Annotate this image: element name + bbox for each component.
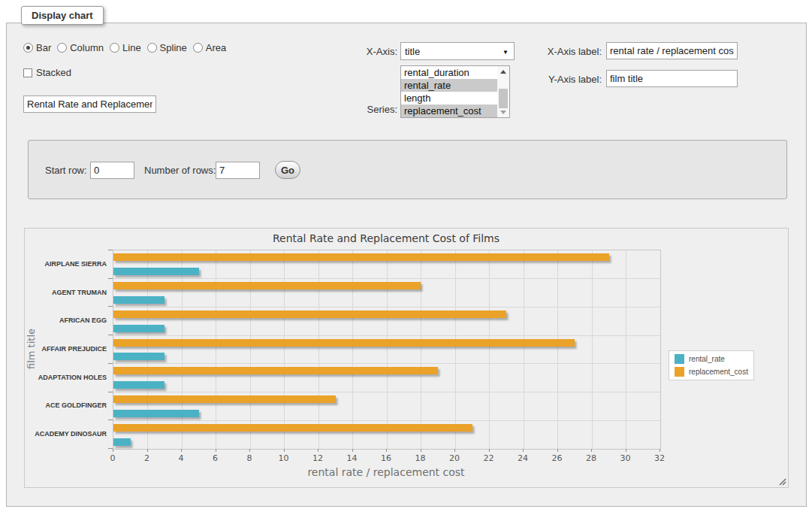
x-tick-mark bbox=[523, 449, 524, 452]
x-axis-select-value: title bbox=[405, 46, 420, 57]
chart-type-option-column[interactable]: Column bbox=[57, 42, 104, 53]
scrollbar-thumb[interactable] bbox=[499, 89, 508, 108]
bar-replacement_cost bbox=[113, 367, 438, 374]
gridline bbox=[147, 250, 148, 449]
resize-handle-icon[interactable] bbox=[777, 477, 786, 486]
start-row-input[interactable] bbox=[90, 162, 134, 179]
gridline bbox=[626, 250, 626, 449]
x-tick-mark bbox=[660, 449, 660, 452]
bar-rental_rate bbox=[113, 438, 131, 446]
x-tick-label: 0 bbox=[94, 453, 131, 463]
radio-label: Column bbox=[70, 42, 104, 53]
x-tick-mark bbox=[557, 449, 558, 452]
category-label: ADAPTATION HOLES bbox=[25, 374, 107, 381]
stacked-checkbox[interactable] bbox=[23, 68, 32, 77]
gridline bbox=[113, 278, 660, 279]
chart-type-option-area[interactable]: Area bbox=[193, 42, 226, 53]
radio-icon[interactable] bbox=[110, 43, 119, 53]
gridline bbox=[387, 250, 388, 449]
x-tick-label: 20 bbox=[436, 453, 473, 463]
rows-panel: Start row: Number of rows: Go bbox=[28, 140, 787, 199]
chart-x-axis-title: rental rate / replacement cost bbox=[113, 466, 660, 478]
y-tick-mark bbox=[108, 392, 113, 392]
x-tick-label: 28 bbox=[572, 453, 610, 463]
gridline bbox=[113, 363, 660, 364]
x-axis-select-label: X-Axis: bbox=[292, 46, 397, 57]
stacked-checkbox-row[interactable]: Stacked bbox=[23, 67, 71, 78]
y-tick-mark bbox=[108, 335, 113, 335]
y-tick-mark bbox=[108, 306, 113, 307]
radio-label: Line bbox=[122, 42, 141, 53]
chart-title: Rental Rate and Replacement Cost of Film… bbox=[113, 232, 660, 244]
category-label: AFFAIR PREJUDICE bbox=[25, 345, 107, 353]
x-tick-label: 4 bbox=[162, 453, 200, 463]
bar-replacement_cost bbox=[113, 282, 421, 289]
bar-rental_rate bbox=[113, 325, 165, 332]
series-option-rental_duration[interactable]: rental_duration bbox=[401, 66, 498, 79]
bar-replacement_cost bbox=[113, 339, 575, 347]
radio-icon[interactable] bbox=[193, 43, 203, 53]
x-tick-label: 2 bbox=[128, 453, 166, 463]
gridline bbox=[250, 250, 251, 449]
category-label: ACE GOLDFINGER bbox=[25, 401, 107, 409]
series-option-length[interactable]: length bbox=[401, 92, 498, 105]
chart-plot-area bbox=[113, 250, 661, 450]
x-tick-mark bbox=[454, 449, 455, 452]
stacked-label: Stacked bbox=[36, 67, 71, 78]
y-tick-mark bbox=[108, 363, 113, 364]
x-tick-mark bbox=[249, 449, 250, 452]
gridline bbox=[216, 250, 216, 449]
series-option-replacement_cost[interactable]: replacement_cost bbox=[401, 105, 498, 117]
legend-swatch bbox=[675, 354, 684, 364]
go-button[interactable]: Go bbox=[275, 161, 300, 179]
legend-swatch bbox=[675, 367, 684, 377]
chart-type-radio-group: BarColumnLineSplineArea bbox=[23, 42, 226, 53]
bar-rental_rate bbox=[113, 353, 165, 360]
series-listbox-label: Series: bbox=[292, 104, 397, 115]
x-axis-label-input[interactable] bbox=[606, 42, 738, 59]
legend-label: rental_rate bbox=[689, 355, 725, 363]
series-option-rental_rate[interactable]: rental_rate bbox=[401, 79, 498, 92]
radio-label: Bar bbox=[36, 42, 51, 53]
gridline bbox=[182, 250, 183, 449]
scroll-down-icon[interactable] bbox=[497, 107, 509, 117]
radio-icon[interactable] bbox=[23, 43, 33, 53]
gridline bbox=[113, 392, 660, 392]
category-label: ACADEMY DINOSAUR bbox=[25, 430, 107, 438]
x-tick-label: 26 bbox=[539, 453, 576, 463]
y-axis-label-label: Y-Axis label: bbox=[497, 74, 602, 85]
gridline bbox=[455, 250, 456, 449]
x-tick-label: 32 bbox=[641, 453, 678, 463]
x-tick-mark bbox=[489, 449, 490, 452]
y-tick-mark bbox=[108, 420, 113, 420]
radio-icon[interactable] bbox=[57, 43, 67, 53]
chart-type-option-bar[interactable]: Bar bbox=[23, 42, 51, 53]
chart-type-option-spline[interactable]: Spline bbox=[147, 42, 187, 53]
series-listbox[interactable]: rental_durationrental_ratelengthreplacem… bbox=[400, 65, 510, 118]
x-tick-label: 30 bbox=[607, 453, 644, 463]
chart-title-input[interactable] bbox=[23, 95, 156, 113]
x-tick-label: 10 bbox=[265, 453, 303, 463]
chart-container: Rental Rate and Replacement Cost of Film… bbox=[24, 228, 789, 488]
chart-legend: rental_ratereplacement_cost bbox=[669, 350, 754, 380]
x-tick-mark bbox=[318, 449, 318, 452]
bar-rental_rate bbox=[113, 381, 165, 389]
gridline bbox=[352, 250, 353, 449]
radio-label: Area bbox=[206, 42, 226, 53]
gridline bbox=[592, 250, 593, 449]
panel-title: Display chart bbox=[21, 6, 104, 25]
bar-rental_rate bbox=[113, 410, 199, 417]
gridline bbox=[113, 420, 660, 421]
series-options: rental_durationrental_ratelengthreplacem… bbox=[401, 66, 498, 117]
chart-type-option-line[interactable]: Line bbox=[110, 42, 141, 53]
y-axis-label-input[interactable] bbox=[606, 70, 738, 87]
gridline bbox=[524, 250, 524, 449]
x-tick-mark bbox=[352, 449, 353, 452]
number-of-rows-label: Number of rows: bbox=[144, 165, 216, 176]
start-row-label: Start row: bbox=[45, 165, 87, 176]
radio-label: Spline bbox=[160, 42, 187, 53]
radio-icon[interactable] bbox=[147, 43, 157, 53]
number-of-rows-input[interactable] bbox=[216, 162, 260, 179]
x-tick-mark bbox=[216, 449, 216, 452]
x-tick-mark bbox=[591, 449, 592, 452]
